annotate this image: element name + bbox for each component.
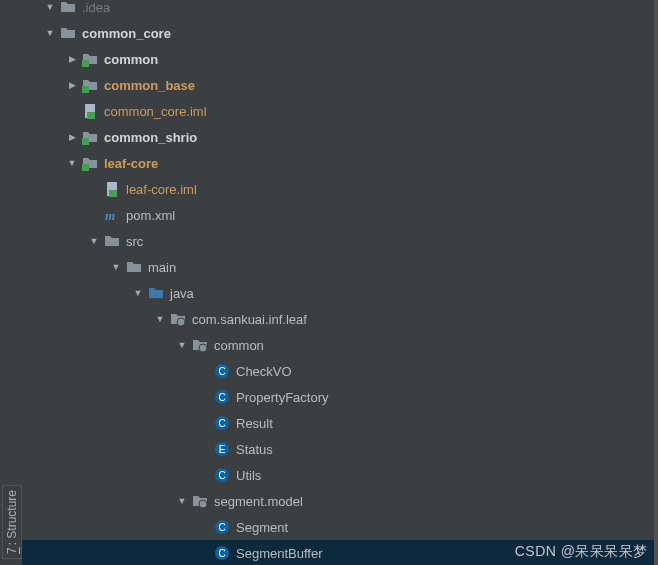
tree-row[interactable]: ◆EStatus — [22, 436, 654, 462]
tree-item-label: .idea — [82, 0, 110, 15]
tree-item-label: common — [214, 338, 264, 353]
tree-row[interactable]: ▼main — [22, 254, 654, 280]
class-icon: C — [214, 467, 230, 483]
svg-text:C: C — [218, 418, 225, 429]
expand-arrow-right-icon[interactable]: ▶ — [66, 132, 78, 142]
src-folder-icon — [148, 285, 164, 301]
arrow-spacer: ◆ — [198, 522, 210, 532]
tree-item-label: java — [170, 286, 194, 301]
expand-arrow-down-icon[interactable]: ▼ — [44, 2, 56, 12]
class-icon: C — [214, 389, 230, 405]
svg-point-9 — [177, 318, 185, 326]
tree-row[interactable]: ◆CResult — [22, 410, 654, 436]
enum-icon: E — [214, 441, 230, 457]
svg-rect-7 — [109, 190, 117, 197]
svg-text:C: C — [218, 548, 225, 559]
expand-arrow-right-icon[interactable]: ▶ — [66, 54, 78, 64]
svg-rect-4 — [82, 138, 89, 145]
package-icon — [192, 493, 208, 509]
structure-tab-number: 7 — [5, 547, 19, 554]
folder-icon — [60, 0, 76, 15]
tree-item-label: segment.model — [214, 494, 303, 509]
module-icon — [82, 155, 98, 171]
arrow-spacer: ◆ — [198, 444, 210, 454]
tree-item-label: src — [126, 234, 143, 249]
tree-item-label: com.sankuai.inf.leaf — [192, 312, 307, 327]
tree-item-label: Status — [236, 442, 273, 457]
structure-tab-label: Structure — [5, 490, 19, 539]
tree-row[interactable]: ▶common_shrio — [22, 124, 654, 150]
iml-icon — [82, 103, 98, 119]
class-icon: C — [214, 519, 230, 535]
module-icon — [82, 129, 98, 145]
arrow-spacer: ◆ — [198, 470, 210, 480]
tree-row[interactable]: ▼com.sankuai.inf.leaf — [22, 306, 654, 332]
tree-row[interactable]: ▼common — [22, 332, 654, 358]
splitter-handle[interactable] — [654, 0, 658, 565]
svg-rect-0 — [82, 60, 89, 67]
arrow-spacer: ◆ — [198, 366, 210, 376]
arrow-spacer: ◆ — [88, 210, 100, 220]
expand-arrow-down-icon[interactable]: ▼ — [154, 314, 166, 324]
expand-arrow-right-icon[interactable]: ▶ — [66, 80, 78, 90]
class-icon: C — [214, 545, 230, 561]
tree-row[interactable]: ◆CSegment — [22, 514, 654, 540]
structure-tool-tab[interactable]: 7: Structure — [2, 485, 22, 559]
tree-row[interactable]: ▼.idea — [22, 0, 654, 20]
arrow-spacer: ◆ — [66, 106, 78, 116]
expand-arrow-down-icon[interactable]: ▼ — [132, 288, 144, 298]
folder-icon — [104, 233, 120, 249]
tree-item-label: SegmentBuffer — [236, 546, 322, 561]
iml-icon — [104, 181, 120, 197]
tree-item-label: common_base — [104, 78, 195, 93]
class-icon: C — [214, 363, 230, 379]
tree-row[interactable]: ▼common_core — [22, 20, 654, 46]
svg-text:E: E — [219, 444, 226, 455]
tree-item-label: Utils — [236, 468, 261, 483]
tree-item-label: PropertyFactory — [236, 390, 328, 405]
arrow-spacer: ◆ — [88, 184, 100, 194]
expand-arrow-down-icon[interactable]: ▼ — [176, 496, 188, 506]
svg-text:C: C — [218, 522, 225, 533]
tree-item-label: Result — [236, 416, 273, 431]
folder-icon — [60, 25, 76, 41]
tree-row[interactable]: ▼src — [22, 228, 654, 254]
tree-item-label: common_core — [82, 26, 171, 41]
svg-rect-1 — [82, 86, 89, 93]
expand-arrow-down-icon[interactable]: ▼ — [44, 28, 56, 38]
tree-row[interactable]: ▼leaf-core — [22, 150, 654, 176]
tree-row[interactable]: ◆CPropertyFactory — [22, 384, 654, 410]
expand-arrow-down-icon[interactable]: ▼ — [176, 340, 188, 350]
tree-row[interactable]: ◆CUtils — [22, 462, 654, 488]
svg-point-10 — [199, 344, 207, 352]
svg-point-21 — [199, 500, 207, 508]
tree-item-label: leaf-core — [104, 156, 158, 171]
tree-item-label: common_core.iml — [104, 104, 207, 119]
tree-row[interactable]: ◆mpom.xml — [22, 202, 654, 228]
svg-rect-5 — [82, 164, 89, 171]
class-icon: C — [214, 415, 230, 431]
svg-text:C: C — [218, 470, 225, 481]
tree-row[interactable]: ◆leaf-core.iml — [22, 176, 654, 202]
expand-arrow-down-icon[interactable]: ▼ — [110, 262, 122, 272]
arrow-spacer: ◆ — [198, 548, 210, 558]
tree-row[interactable]: ◆common_core.iml — [22, 98, 654, 124]
pom-icon: m — [104, 207, 120, 223]
folder-icon — [126, 259, 142, 275]
expand-arrow-down-icon[interactable]: ▼ — [66, 158, 78, 168]
svg-rect-3 — [87, 112, 95, 119]
tree-row[interactable]: ▼segment.model — [22, 488, 654, 514]
tree-item-label: Segment — [236, 520, 288, 535]
tree-item-label: main — [148, 260, 176, 275]
tree-item-label: CheckVO — [236, 364, 292, 379]
tree-row[interactable]: ▶common_base — [22, 72, 654, 98]
tree-row[interactable]: ◆CCheckVO — [22, 358, 654, 384]
arrow-spacer: ◆ — [198, 392, 210, 402]
tree-row[interactable]: ▶common — [22, 46, 654, 72]
expand-arrow-down-icon[interactable]: ▼ — [88, 236, 100, 246]
project-tree[interactable]: ▼.idea▼common_core▶common▶common_base◆co… — [22, 0, 654, 565]
svg-text:C: C — [218, 392, 225, 403]
tree-row[interactable]: ▼java — [22, 280, 654, 306]
module-icon — [82, 51, 98, 67]
package-icon — [192, 337, 208, 353]
